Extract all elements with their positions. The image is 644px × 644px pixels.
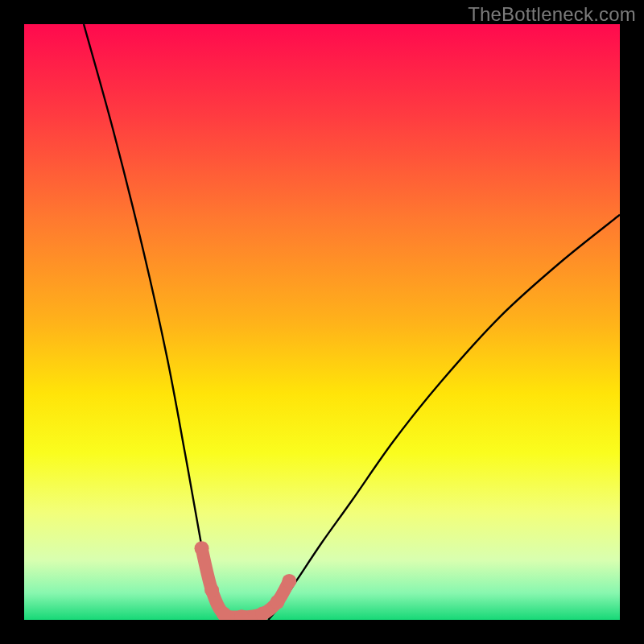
- chart-frame: TheBottleneck.com: [0, 0, 644, 644]
- trough-marker: [270, 595, 285, 609]
- trough-marker: [204, 583, 219, 597]
- plot-area: [24, 24, 620, 620]
- trough-marker: [195, 541, 209, 555]
- watermark-text: TheBottleneck.com: [468, 3, 636, 26]
- trough-marker: [282, 574, 296, 588]
- gradient-background: [24, 24, 620, 620]
- chart-svg: [24, 24, 620, 620]
